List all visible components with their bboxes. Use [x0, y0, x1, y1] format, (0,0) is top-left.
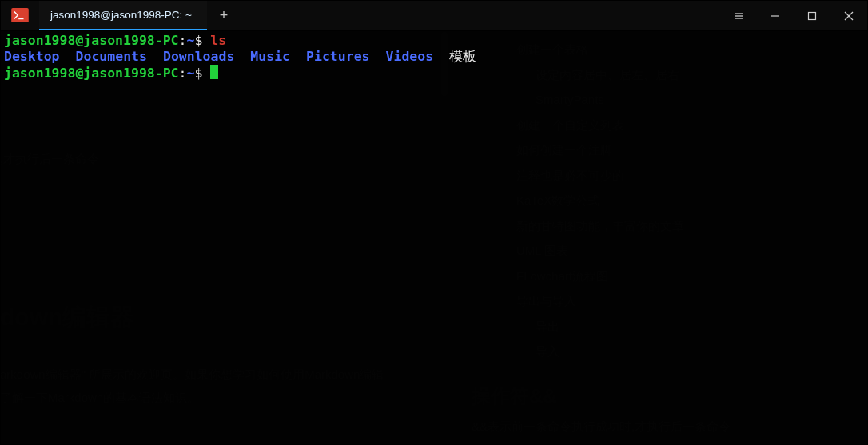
dir-entry: Documents — [76, 49, 147, 64]
plus-icon: + — [220, 7, 229, 24]
prompt-sep: : — [179, 33, 187, 48]
hamburger-icon — [733, 10, 744, 22]
dir-entry: Desktop — [4, 49, 60, 64]
svg-rect-0 — [11, 8, 29, 22]
maximize-button[interactable] — [794, 1, 830, 30]
terminal-window: jason1998@jason1998-PC: ~ + jason1998@ — [0, 0, 868, 445]
prompt-userhost: jason1998@jason1998-PC — [4, 33, 179, 48]
ls-output: DesktopDocumentsDownloadsMusicPicturesVi… — [4, 49, 476, 64]
prompt-path-2: ~ — [186, 66, 194, 81]
minimize-icon — [770, 11, 780, 21]
dir-entry: 模板 — [449, 49, 476, 64]
minimize-button[interactable] — [757, 1, 794, 30]
maximize-icon — [807, 11, 817, 21]
dir-entry: Downloads — [163, 49, 234, 64]
titlebar: jason1998@jason1998-PC: ~ + — [1, 1, 867, 31]
terminal-body[interactable]: jason1998@jason1998-PC:~$ ls DesktopDocu… — [4, 33, 864, 441]
close-button[interactable] — [830, 1, 867, 30]
svg-rect-6 — [809, 12, 816, 19]
prompt-dollar: $ — [194, 33, 202, 48]
cursor — [210, 65, 218, 79]
app-icon — [1, 1, 39, 30]
tab-active[interactable]: jason1998@jason1998-PC: ~ — [39, 1, 207, 30]
dir-entry: Music — [250, 49, 290, 64]
close-icon — [844, 11, 854, 21]
dir-entry: Pictures — [306, 49, 369, 64]
prompt-userhost-2: jason1998@jason1998-PC — [4, 66, 179, 81]
menu-button[interactable] — [720, 1, 757, 30]
prompt-sep-2: : — [179, 66, 187, 81]
tab-title: jason1998@jason1998-PC: ~ — [50, 9, 192, 21]
prompt-path: ~ — [186, 33, 194, 48]
new-tab-button[interactable]: + — [207, 1, 241, 30]
command-ls: ls — [210, 33, 226, 48]
dir-entry: Videos — [386, 49, 434, 64]
prompt-dollar-2: $ — [194, 66, 202, 81]
